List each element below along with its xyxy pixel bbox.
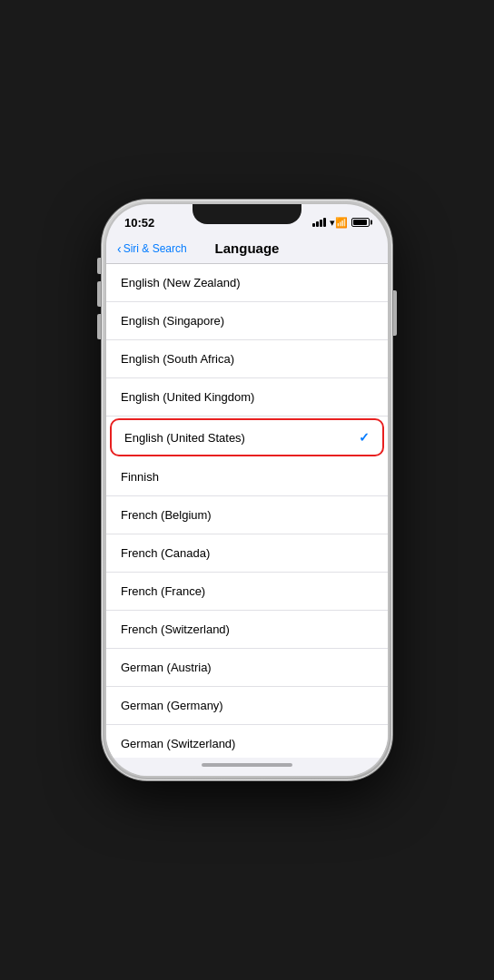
language-label: French (Switzerland) — [121, 622, 230, 636]
status-icons: ▾📶 — [312, 217, 370, 229]
language-label: English (Singapore) — [121, 314, 224, 328]
list-item[interactable]: English (United States)✓ — [110, 418, 384, 456]
chevron-left-icon: ‹ — [117, 241, 122, 256]
list-item[interactable]: English (United Kingdom) — [106, 378, 388, 416]
home-bar — [202, 763, 292, 767]
language-list[interactable]: English (New Zealand)English (Singapore)… — [106, 264, 388, 758]
status-time: 10:52 — [124, 216, 154, 230]
nav-bar: ‹ Siri & Search Language — [106, 237, 388, 264]
language-label: German (Germany) — [121, 699, 223, 712]
back-label: Siri & Search — [124, 242, 187, 255]
signal-bar-1 — [312, 223, 315, 227]
list-item[interactable]: English (Singapore) — [106, 302, 388, 340]
list-item[interactable]: English (New Zealand) — [106, 264, 388, 302]
home-indicator — [106, 758, 388, 776]
list-item[interactable]: German (Austria) — [106, 649, 388, 687]
list-item[interactable]: French (Canada) — [106, 534, 388, 573]
volume-down-button[interactable] — [97, 314, 101, 339]
silent-switch[interactable] — [97, 258, 101, 274]
language-label: French (France) — [121, 584, 205, 598]
list-item[interactable]: French (Switzerland) — [106, 611, 388, 649]
list-item[interactable]: French (Belgium) — [106, 496, 388, 534]
language-label: German (Austria) — [121, 661, 212, 674]
list-item[interactable]: French (France) — [106, 573, 388, 611]
language-label: English (South Africa) — [121, 352, 234, 366]
signal-bar-3 — [320, 220, 322, 227]
battery-icon — [351, 218, 370, 227]
language-label: English (New Zealand) — [121, 276, 241, 289]
language-label: French (Belgium) — [121, 508, 212, 522]
page-title: Language — [215, 240, 280, 256]
list-item[interactable]: Finnish — [106, 458, 388, 496]
notch — [193, 204, 301, 224]
language-label: Finnish — [121, 470, 159, 484]
phone-inner: 10:52 ▾📶 ‹ — [104, 202, 390, 778]
language-label: English (United Kingdom) — [121, 390, 254, 404]
language-label: German (Switzerland) — [121, 737, 235, 750]
signal-bar-2 — [316, 221, 319, 227]
checkmark-icon: ✓ — [359, 430, 370, 445]
phone-screen: 10:52 ▾📶 ‹ — [106, 204, 388, 776]
language-label: English (United States) — [124, 431, 245, 445]
list-item[interactable]: English (South Africa) — [106, 340, 388, 378]
power-button[interactable] — [393, 290, 397, 336]
wifi-icon: ▾📶 — [330, 217, 348, 229]
back-button[interactable]: ‹ Siri & Search — [117, 241, 187, 256]
language-label: French (Canada) — [121, 546, 210, 560]
list-item[interactable]: German (Germany) — [106, 687, 388, 725]
phone-device: 10:52 ▾📶 ‹ — [102, 200, 392, 780]
list-item[interactable]: German (Switzerland) — [106, 725, 388, 758]
signal-icon — [312, 218, 326, 227]
battery-fill — [353, 220, 367, 225]
volume-up-button[interactable] — [97, 281, 101, 307]
signal-bar-4 — [323, 218, 326, 227]
